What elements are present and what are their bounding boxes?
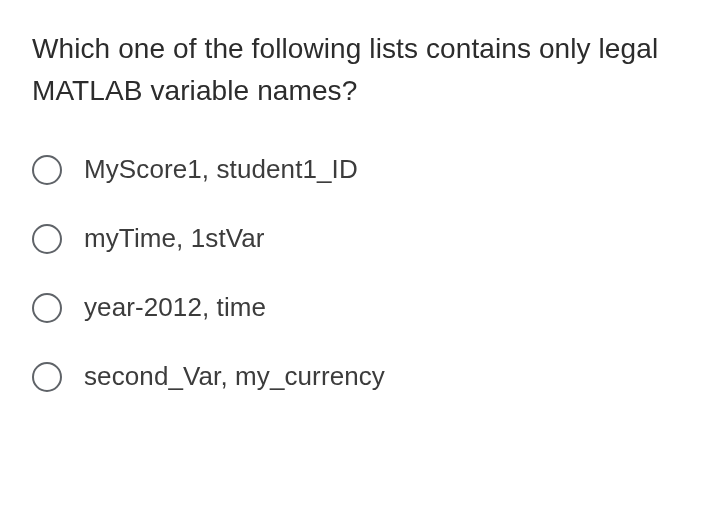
radio-icon (32, 155, 62, 185)
option-label: second_Var, my_currency (84, 361, 385, 392)
option-2[interactable]: myTime, 1stVar (32, 223, 688, 254)
option-3[interactable]: year-2012, time (32, 292, 688, 323)
radio-icon (32, 224, 62, 254)
radio-icon (32, 293, 62, 323)
radio-icon (32, 362, 62, 392)
option-label: myTime, 1stVar (84, 223, 265, 254)
option-label: year-2012, time (84, 292, 266, 323)
options-group: MyScore1, student1_ID myTime, 1stVar yea… (32, 154, 688, 392)
option-4[interactable]: second_Var, my_currency (32, 361, 688, 392)
option-label: MyScore1, student1_ID (84, 154, 358, 185)
question-text: Which one of the following lists contain… (32, 28, 688, 112)
option-1[interactable]: MyScore1, student1_ID (32, 154, 688, 185)
